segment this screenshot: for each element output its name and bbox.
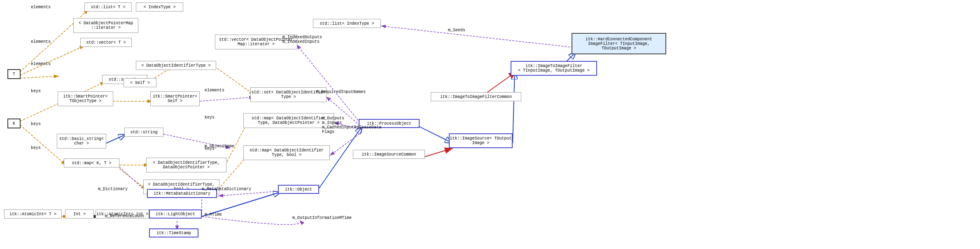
node-itk-Object: itk::Object (278, 185, 319, 194)
label-m-IndexedOutputs: m_IndexedOutputsm_IndexedInputs (282, 35, 322, 44)
label-elements-4: elements (205, 88, 224, 93)
node-std-map-DataObjectIdentifier-bool-label: std::map< DataObjectIdentifierType, bool… (250, 148, 324, 157)
svg-line-32 (119, 169, 146, 189)
label-m-ObjectName: m_ObjectName (205, 144, 234, 149)
node-T-label: T (13, 72, 15, 77)
node-std-list-IndexType-label: std::list< IndexType > (320, 21, 374, 26)
node-itk-SmartPointer-Self-label: itk::SmartPointer<Self > (153, 94, 197, 103)
node-itk-LightObject: itk::LightObject (149, 209, 202, 219)
node-std-set-DataObjectIdentifier: std::set< DataObjectIdentifierType > (250, 87, 327, 102)
node-std-set-DataObjectIdentifier-label: std::set< DataObjectIdentifierType > (251, 90, 325, 99)
node-K: K (7, 119, 21, 128)
node-itk-AtomicInt-T: itk::AtomicInt< T > (4, 209, 62, 219)
node-itk-MetaDataDictionary-label: itk::MetaDataDictionary (154, 191, 210, 196)
node-K-label: K (13, 121, 15, 126)
svg-line-1 (20, 46, 84, 75)
svg-line-20 (425, 148, 453, 157)
label-m-Seeds: m_Seeds (448, 28, 465, 33)
node-itk-HardConnectedComponent-label: itk::HardConnectedComponentImageFilter< … (586, 37, 652, 51)
label-m-MTime: m_MTime (205, 212, 222, 217)
node-std-list-IndexType: std::list< IndexType > (313, 19, 381, 28)
node-itk-LightObject-label: itk::LightObject (156, 212, 195, 216)
node-itk-ImageToImageFilter: itk::ImageToImageFilter< TInputImage, TO… (511, 61, 597, 76)
node-std-vector-DataObjectPointerMap-label: std::vector< DataObjectPointerMap::itera… (219, 37, 293, 47)
svg-line-11 (418, 126, 453, 143)
label-keys-2: keys (31, 122, 41, 126)
node-DataObjectIdentifierType-DataObjectPointer: < DataObjectIdentifierType,DataObjectPoi… (146, 158, 226, 172)
node-std-vector-T: std::vector< T > (80, 38, 132, 47)
node-Self: < Self > (124, 78, 156, 87)
label-m-RequiredInputNames: m_RequiredInputNames (316, 90, 366, 94)
label-m-Dictionary: m_Dictionary (98, 187, 128, 191)
svg-line-24 (106, 134, 126, 143)
node-itk-TimeStamp: itk::TimeStamp (149, 228, 198, 237)
node-std-list-T-label: std::list< T > (91, 5, 125, 9)
label-m-Outputs: m_Outputsm_Inputsm_CachedInputReleaseDat… (322, 116, 381, 134)
node-std-list-T: std::list< T > (84, 2, 132, 12)
node-Self-label: < Self > (130, 81, 150, 85)
node-itk-ImageToImageFilterCommon-label: itk::ImageToImageFilterCommon (440, 95, 512, 99)
node-itk-HardConnectedComponent: itk::HardConnectedComponentImageFilter< … (572, 33, 666, 54)
svg-line-2 (20, 76, 59, 78)
node-DataObjectPointerMap-iterator: < DataObjectPointerMap::iterator > (73, 18, 138, 33)
node-std-basic-string-label: std::basic_string<char > (59, 137, 104, 146)
node-itk-ImageSource: itk::ImageSource< TOutputImage > (449, 133, 513, 148)
node-itk-ImageSourceCommon-label: itk::ImageSourceCommon (362, 152, 416, 157)
node-DataObjectIdentifierType: < DataObjectIdentifierType > (136, 61, 216, 70)
node-itk-SmartPointer-Self: itk::SmartPointer<Self > (150, 91, 200, 106)
node-itk-SmartPointer-TObjectType-label: itk::SmartPointer<TObjectType > (63, 94, 107, 103)
svg-line-15 (218, 191, 281, 196)
node-int-label: Int > (65, 209, 94, 219)
node-DataObjectIdentifierType-DataObjectPointer-label: < DataObjectIdentifierType,DataObjectPoi… (153, 161, 219, 170)
label-keys-1: keys (31, 89, 41, 93)
svg-line-12 (513, 71, 515, 143)
label-m-ReferenceCount: m_ReferenceCount (105, 214, 145, 219)
node-std-vector-T-label: std::vector< T > (86, 40, 126, 45)
label-keys-3: keys (31, 146, 41, 150)
node-IndexType: < IndexType > (136, 2, 183, 12)
node-std-map-K-T: std::map< K, T > (64, 158, 119, 168)
diagram-container: T K std::list< T > std::vector< T > < Da… (0, 0, 980, 249)
node-itk-TimeStamp-label: itk::TimeStamp (156, 231, 191, 235)
node-std-basic-string: std::basic_string<char > (57, 134, 106, 149)
node-IndexType-label: < IndexType > (143, 5, 175, 9)
node-std-string: std::string (124, 128, 163, 137)
label-elements-3: elements (31, 62, 51, 66)
node-std-map-K-T-label: std::map< K, T > (72, 161, 111, 165)
node-itk-AtomicInt-T-label: itk::AtomicInt< T > (9, 212, 56, 216)
node-itk-Object-label: itk::Object (285, 187, 312, 192)
svg-line-27 (200, 97, 254, 101)
node-std-map-DataObjectIdentifier-DataObjectPointer: std::map< DataObjectIdentifierType, Data… (243, 113, 334, 128)
svg-line-25 (381, 26, 576, 48)
label-elements-1: elements (31, 5, 51, 9)
label-m-OutputInformationMTime: m_OutputInformationMTime (292, 216, 352, 220)
node-itk-ImageSource-label: itk::ImageSource< TOutputImage > (450, 136, 511, 145)
node-std-map-DataObjectIdentifier-DataObjectPointer-label: std::map< DataObjectIdentifierType, Data… (252, 116, 326, 125)
label-elements-2: elements (31, 40, 51, 44)
node-DataObjectPointerMap-iterator-label: < DataObjectPointerMap::iterator > (79, 21, 133, 30)
node-std-map-DataObjectIdentifier-bool: std::map< DataObjectIdentifierType, bool… (243, 145, 330, 160)
node-DataObjectIdentifierType-label: < DataObjectIdentifierType > (141, 63, 210, 68)
node-itk-ImageSourceCommon: itk::ImageSourceCommon (353, 150, 425, 159)
node-std-string-label: std::string (130, 130, 157, 135)
node-itk-ImageToImageFilterCommon: itk::ImageToImageFilterCommon (431, 92, 521, 101)
label-m-MetaDataDictionary: m_MetaDataDictionary (202, 187, 251, 191)
node-itk-SmartPointer-TObjectType: itk::SmartPointer<TObjectType > (58, 91, 113, 106)
node-int-label-text: Int > (73, 212, 86, 216)
label-keys-4: keys (205, 115, 215, 120)
node-T: T (7, 69, 21, 79)
node-itk-ImageToImageFilter-label: itk::ImageToImageFilter< TInputImage, TO… (518, 64, 590, 73)
